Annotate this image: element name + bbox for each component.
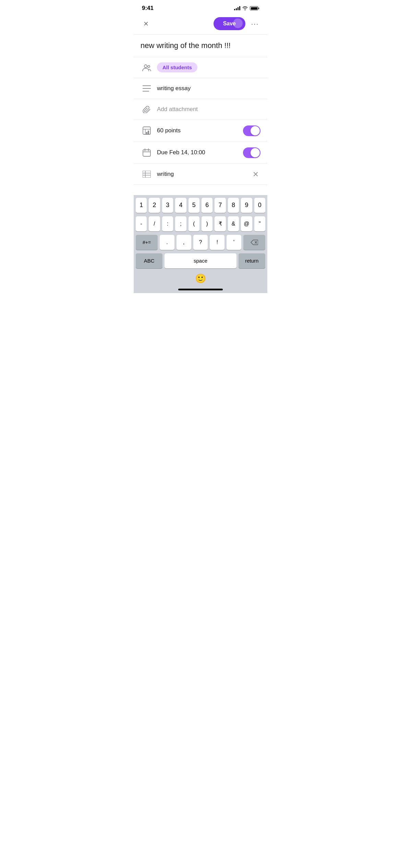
- points-icon: [141, 126, 153, 135]
- attachment-row[interactable]: Add attachment: [134, 99, 267, 120]
- key-ampersand[interactable]: &: [228, 216, 239, 231]
- students-icon: [141, 64, 153, 71]
- close-button[interactable]: [141, 18, 151, 29]
- key-question[interactable]: ?: [193, 235, 208, 250]
- keyboard-row-numbers: 1 2 3 4 5 6 7 8 9 0: [135, 198, 266, 213]
- more-button[interactable]: ···: [250, 18, 260, 29]
- save-button[interactable]: Save: [214, 17, 245, 30]
- key-apostrophe[interactable]: ': [227, 235, 241, 250]
- key-0[interactable]: 0: [254, 198, 265, 213]
- description-row[interactable]: writing essay: [134, 78, 267, 99]
- keyboard-emoji-row: 🙂: [135, 270, 266, 287]
- due-date-text[interactable]: Due Feb 14, 10:00: [157, 149, 243, 156]
- key-abc[interactable]: ABC: [136, 253, 162, 268]
- key-slash[interactable]: /: [149, 216, 160, 231]
- key-3[interactable]: 3: [162, 198, 173, 213]
- calendar-icon: [141, 148, 153, 157]
- key-at[interactable]: @: [241, 216, 252, 231]
- key-semicolon[interactable]: ;: [175, 216, 186, 231]
- key-8[interactable]: 8: [228, 198, 239, 213]
- key-openparen[interactable]: (: [189, 216, 199, 231]
- assignment-title[interactable]: new writing of the month !!!: [141, 41, 260, 51]
- emoji-icon[interactable]: 🙂: [195, 273, 206, 284]
- status-time: 9:41: [142, 5, 154, 12]
- key-minus[interactable]: -: [136, 216, 147, 231]
- key-1[interactable]: 1: [136, 198, 147, 213]
- svg-rect-10: [146, 132, 147, 134]
- keyboard-row-symbols1: - / : ; ( ) ₹ & @ ": [135, 216, 266, 231]
- due-date-row[interactable]: Due Feb 14, 10:00: [134, 142, 267, 164]
- key-space[interactable]: space: [165, 253, 236, 268]
- signal-icon: [234, 6, 240, 10]
- key-colon[interactable]: :: [162, 216, 173, 231]
- key-hash-plus-equals[interactable]: #+=: [136, 235, 158, 250]
- topic-icon: [141, 171, 153, 178]
- status-bar: 9:41: [134, 0, 267, 14]
- key-period[interactable]: .: [160, 235, 174, 250]
- svg-rect-11: [148, 131, 149, 134]
- attachment-icon: [141, 106, 153, 113]
- key-6[interactable]: 6: [202, 198, 212, 213]
- audience-badge[interactable]: All students: [157, 62, 197, 72]
- key-backspace[interactable]: [243, 235, 265, 250]
- key-7[interactable]: 7: [215, 198, 226, 213]
- points-row[interactable]: 60 points: [134, 120, 267, 142]
- description-icon: [141, 85, 153, 92]
- audience-row[interactable]: All students: [134, 57, 267, 78]
- battery-icon: [250, 6, 259, 10]
- wifi-icon: [242, 6, 248, 10]
- keyboard-bottom-row: ABC space return: [135, 253, 266, 268]
- attachment-placeholder[interactable]: Add attachment: [157, 106, 260, 113]
- title-section: new writing of the month !!!: [134, 35, 267, 57]
- topic-remove-button[interactable]: [251, 169, 260, 179]
- key-closeparen[interactable]: ): [202, 216, 212, 231]
- key-rupee[interactable]: ₹: [215, 216, 226, 231]
- key-4[interactable]: 4: [175, 198, 186, 213]
- key-return[interactable]: return: [239, 253, 265, 268]
- topic-text[interactable]: writing: [157, 171, 251, 178]
- top-nav: Save ···: [134, 14, 267, 34]
- status-icons: [234, 6, 259, 10]
- key-comma[interactable]: ,: [177, 235, 191, 250]
- keyboard-row-symbols2: #+= . , ? ! ': [135, 235, 266, 250]
- key-exclamation[interactable]: !: [210, 235, 224, 250]
- due-date-toggle[interactable]: [243, 147, 260, 158]
- svg-rect-16: [143, 171, 151, 178]
- svg-rect-12: [143, 150, 150, 156]
- points-text[interactable]: 60 points: [157, 127, 243, 134]
- key-9[interactable]: 9: [241, 198, 252, 213]
- topic-row[interactable]: writing: [134, 164, 267, 184]
- key-2[interactable]: 2: [149, 198, 160, 213]
- key-5[interactable]: 5: [189, 198, 199, 213]
- svg-point-3: [148, 65, 150, 68]
- description-text[interactable]: writing essay: [157, 85, 260, 92]
- key-doublequote[interactable]: ": [254, 216, 265, 231]
- keyboard: 1 2 3 4 5 6 7 8 9 0 - / : ; ( ) ₹ & @ " …: [134, 195, 267, 293]
- points-toggle[interactable]: [243, 125, 260, 136]
- audience-content: All students: [157, 64, 260, 71]
- svg-point-2: [144, 65, 147, 68]
